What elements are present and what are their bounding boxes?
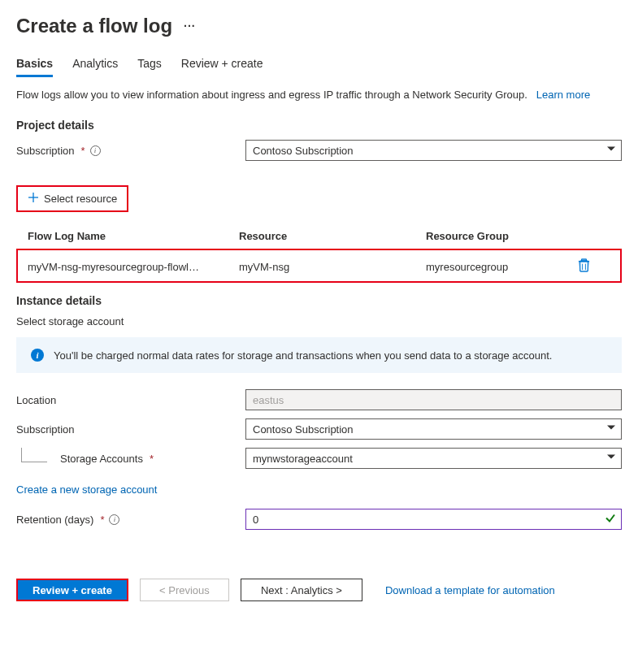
cell-resource-group: myresourcegroup xyxy=(426,261,578,273)
create-storage-link[interactable]: Create a new storage account xyxy=(16,483,157,496)
location-value: eastus xyxy=(253,394,284,406)
subscription-value: Contoso Subscription xyxy=(253,145,354,157)
col-flow-log-name: Flow Log Name xyxy=(28,230,239,242)
cell-flow-log-name: myVM-nsg-myresourcegroup-flowl… xyxy=(28,261,239,273)
info-icon[interactable]: i xyxy=(109,514,119,525)
required-indicator: * xyxy=(150,453,154,465)
retention-input[interactable]: 0 xyxy=(245,509,622,530)
col-resource-group: Resource Group xyxy=(426,230,578,242)
subscription-dropdown[interactable]: Contoso Subscription xyxy=(245,140,622,161)
cell-resource: myVM-nsg xyxy=(239,261,426,273)
storage-accounts-dropdown[interactable]: mynwstorageaccount xyxy=(245,448,622,469)
required-indicator: * xyxy=(100,514,104,526)
next-button[interactable]: Next : Analytics > xyxy=(241,579,362,601)
storage-accounts-label-text: Storage Accounts xyxy=(60,453,143,465)
previous-button: < Previous xyxy=(140,579,229,601)
learn-more-link[interactable]: Learn more xyxy=(536,89,590,101)
resource-table: myVM-nsg-myresourcegroup-flowl… myVM-nsg… xyxy=(16,249,622,283)
chevron-down-icon xyxy=(606,423,616,436)
retention-label-text: Retention (days) xyxy=(16,514,93,526)
download-template-link[interactable]: Download a template for automation xyxy=(385,584,555,596)
more-actions-ellipsis[interactable]: ··· xyxy=(184,20,196,33)
table-row: myVM-nsg-myresourcegroup-flowl… myVM-nsg… xyxy=(18,252,620,281)
subscription2-label: Subscription xyxy=(16,423,245,436)
delete-row-button[interactable] xyxy=(578,258,610,275)
tab-basics[interactable]: Basics xyxy=(16,57,53,77)
info-icon[interactable]: i xyxy=(90,145,101,156)
plus-icon xyxy=(28,192,39,206)
description-text: Flow logs allow you to view information … xyxy=(16,89,527,101)
project-details-heading: Project details xyxy=(16,119,622,132)
storage-accounts-label: Storage Accounts * xyxy=(16,451,245,466)
subscription-label-text: Subscription xyxy=(16,145,75,157)
select-resource-button[interactable]: Select resource xyxy=(16,185,128,212)
location-dropdown: eastus xyxy=(245,389,622,410)
notice-text: You'll be charged normal data rates for … xyxy=(54,349,552,362)
col-resource: Resource xyxy=(239,230,426,242)
select-resource-label: Select resource xyxy=(44,193,117,205)
info-icon: i xyxy=(31,349,44,362)
tab-review-create[interactable]: Review + create xyxy=(181,57,263,77)
storage-accounts-value: mynwstorageaccount xyxy=(253,453,353,465)
tab-tags[interactable]: Tags xyxy=(137,57,162,77)
review-create-button[interactable]: Review + create xyxy=(16,579,128,601)
tab-analytics[interactable]: Analytics xyxy=(72,57,118,77)
instance-details-heading: Instance details xyxy=(16,294,622,307)
page-title: Create a flow log ··· xyxy=(16,15,622,37)
retention-value: 0 xyxy=(253,514,258,526)
svg-rect-2 xyxy=(580,262,588,271)
required-indicator: * xyxy=(81,145,85,157)
location-label: Location xyxy=(16,394,245,406)
tabs: Basics Analytics Tags Review + create xyxy=(16,57,622,77)
subscription2-value: Contoso Subscription xyxy=(253,423,354,436)
chevron-down-icon xyxy=(606,145,616,157)
subscription-label: Subscription * i xyxy=(16,145,245,157)
storage-notice: i You'll be charged normal data rates fo… xyxy=(16,337,622,373)
tree-connector xyxy=(21,448,47,462)
description: Flow logs allow you to view information … xyxy=(16,89,622,101)
page-title-text: Create a flow log xyxy=(16,15,172,37)
footer: Review + create < Previous Next : Analyt… xyxy=(16,579,622,601)
subscription2-dropdown[interactable]: Contoso Subscription xyxy=(245,418,622,440)
svg-rect-4 xyxy=(582,259,587,261)
resource-table-header: Flow Log Name Resource Resource Group xyxy=(18,223,620,249)
chevron-down-icon xyxy=(606,453,616,465)
checkmark-icon xyxy=(605,513,616,527)
storage-subheading: Select storage account xyxy=(16,315,622,327)
retention-label: Retention (days) * i xyxy=(16,514,245,526)
